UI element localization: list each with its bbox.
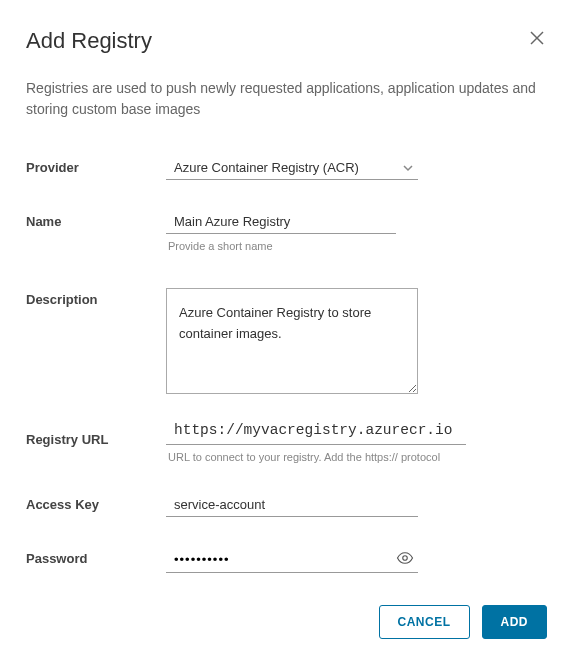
provider-value: Azure Container Registry (ACR) bbox=[166, 156, 418, 177]
registry-url-label: Registry URL bbox=[26, 420, 166, 447]
chevron-down-icon bbox=[402, 160, 414, 178]
access-key-label: Access Key bbox=[26, 493, 166, 512]
access-key-input[interactable] bbox=[166, 493, 418, 517]
svg-point-2 bbox=[403, 556, 408, 561]
description-label: Description bbox=[26, 288, 166, 307]
password-input[interactable] bbox=[166, 548, 392, 571]
name-input[interactable] bbox=[166, 210, 396, 234]
close-icon bbox=[529, 34, 545, 49]
provider-select[interactable]: Azure Container Registry (ACR) bbox=[166, 156, 418, 180]
add-button[interactable]: ADD bbox=[482, 605, 548, 639]
close-button[interactable] bbox=[527, 28, 547, 51]
description-textarea[interactable]: Azure Container Registry to store contai… bbox=[166, 288, 418, 394]
registry-url-input[interactable]: https://myvacregistry.azurecr.io bbox=[166, 420, 466, 445]
toggle-password-button[interactable] bbox=[392, 547, 418, 572]
registry-url-helper: URL to connect to your registry. Add the… bbox=[166, 451, 466, 463]
dialog-subtitle: Registries are used to push newly reques… bbox=[26, 78, 547, 120]
name-label: Name bbox=[26, 210, 166, 229]
eye-icon bbox=[396, 555, 414, 570]
cancel-button[interactable]: CANCEL bbox=[379, 605, 470, 639]
password-label: Password bbox=[26, 547, 166, 566]
provider-label: Provider bbox=[26, 156, 166, 175]
name-helper: Provide a short name bbox=[166, 240, 396, 252]
dialog-title: Add Registry bbox=[26, 28, 152, 54]
